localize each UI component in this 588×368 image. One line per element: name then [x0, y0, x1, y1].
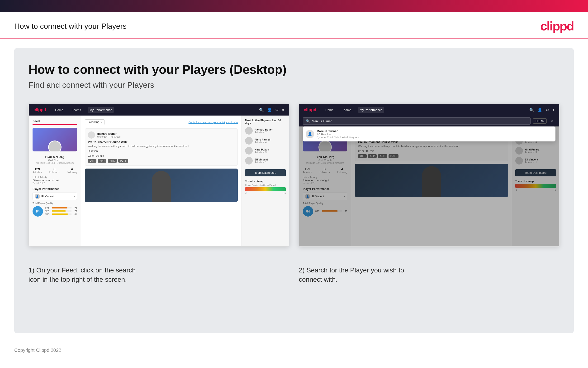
search-result-item-1[interactable]: 👤 Marcus Turner 1-5 Handicap Cypress Poi… — [306, 129, 553, 138]
heatmap-bar — [245, 187, 286, 191]
player-avatar-1 — [245, 127, 253, 135]
steps-row: 1) On your Feed, click on the searchicon… — [28, 261, 560, 289]
nav-my-performance[interactable]: My Performance — [88, 107, 114, 113]
activities-label: Activities — [33, 171, 42, 174]
player-activities-2: Activities: 4 — [255, 141, 286, 144]
team-heatmap-title-2: Team Heatmap — [515, 180, 556, 183]
step-1-text: 1) On your Feed, click on the searchicon… — [28, 267, 136, 283]
following-dropdown-icon: ▾ — [100, 120, 102, 124]
search-overlay: 🔍 Marcus Turner CLEAR × 👤 Marcus Turner … — [299, 116, 559, 141]
heatmap-subtitle: Player Quality - 20 Round Trend — [245, 184, 286, 186]
profile-role-2: Golf Coach — [303, 159, 347, 162]
player-info-2c: Hiral Pujara Activities: 3 — [525, 148, 556, 154]
player-select-row[interactable]: 👤 Eli Vincent ▾ — [33, 193, 77, 200]
following-label-2: Following — [337, 171, 347, 174]
nav2-my-performance[interactable]: My Performance — [358, 107, 384, 113]
screenshot-2: clippd Home Teams My Performance 🔍 👤 ⚙ ● — [299, 104, 560, 247]
player-info-4: Eli Vincent Activities: 1 — [255, 158, 286, 164]
player-list-item-1: Richard Butler Activities: 7 — [245, 127, 286, 135]
profile-photo-area — [33, 128, 77, 151]
activity-person-info: Richard Butler Yesterday · The Grove — [97, 132, 121, 138]
tag-arg: ARG — [108, 159, 117, 163]
active-players-title: Most Active Players - Last 30 days — [245, 119, 286, 125]
settings-icon-2[interactable]: ⚙ — [545, 108, 549, 112]
ott-val: 79 — [73, 207, 77, 209]
player-list-item-4: Eli Vincent Activities: 1 — [245, 157, 286, 165]
search-close-button[interactable]: × — [549, 118, 555, 124]
ott-label-2: OTT — [315, 210, 321, 212]
search-input-container[interactable]: 🔍 Marcus Turner — [303, 118, 531, 125]
search-clear-button[interactable]: CLEAR — [533, 118, 547, 124]
search-icon-overlay: 🔍 — [306, 119, 310, 123]
profile-icon[interactable]: 👤 — [267, 108, 272, 112]
player-performance-section: Player Performance 👤 Eli Vincent ▾ Total… — [33, 187, 77, 217]
arg-track — [52, 213, 72, 215]
player-info-2d: Eli Vincent Activities: 1 — [525, 158, 556, 164]
app-nav-logo-1: clippd — [34, 107, 46, 112]
step-1-desc: 1) On your Feed, click on the searchicon… — [28, 261, 289, 289]
activity-tags-2: OTT APP ARG PUTT — [358, 154, 505, 158]
duration-label-text: Duration — [88, 149, 98, 152]
main-content: How to connect with your Players (Deskto… — [14, 48, 574, 333]
player-activities-4: Activities: 1 — [255, 161, 286, 164]
player-activities-2d: Activities: 1 — [525, 161, 556, 164]
nav2-teams[interactable]: Teams — [340, 107, 353, 113]
following-button[interactable]: Following ▾ — [85, 119, 105, 125]
followers-stat: 3 Followers — [49, 167, 60, 174]
search-icon[interactable]: 🔍 — [259, 108, 264, 112]
screenshot-1: clippd Home Teams My Performance 🔍 👤 ⚙ ● — [28, 104, 289, 247]
step-2-desc: 2) Search for the Player you wish toconn… — [299, 261, 560, 289]
following-val-2: 4 — [337, 167, 347, 171]
player-activities-3: Activities: 3 — [255, 151, 286, 154]
page-title: How to connect with your Players — [14, 22, 127, 31]
quality-label-2: Total Player Quality — [303, 202, 347, 205]
activity-card: Richard Butler Yesterday · The Grove Pre… — [85, 128, 238, 166]
search-result-dropdown[interactable]: 👤 Marcus Turner 1-5 Handicap Cypress Poi… — [303, 127, 555, 141]
nav-home[interactable]: Home — [53, 107, 65, 113]
activities-stat: 129 Activities — [33, 167, 42, 174]
ott-fill — [52, 207, 67, 209]
app-screenshot-1: clippd Home Teams My Performance 🔍 👤 ⚙ ● — [28, 104, 289, 247]
latest-activity-date: 27 Jul 2022 — [33, 182, 77, 184]
score-circle-2: 84 — [303, 206, 313, 217]
tag-arg-2: ARG — [378, 154, 387, 158]
footer: Copyright Clippd 2022 — [0, 343, 588, 358]
activity-duration-2: 02 hr : 00 min — [358, 149, 505, 152]
player-name-2c: Hiral Pujara — [525, 148, 556, 151]
avatar-icon-2[interactable]: ● — [552, 108, 554, 112]
golfer-silhouette-2 — [422, 166, 441, 197]
latest-activity-label-2: Latest Activity — [303, 176, 347, 179]
arg-label: ARG — [45, 213, 51, 215]
arg-bar-row: ARG 81 — [45, 213, 77, 215]
team-heatmap-title: Team Heatmap — [245, 180, 286, 183]
app-nav-1: clippd Home Teams My Performance 🔍 👤 ⚙ ● — [29, 104, 289, 116]
player-avatar-mini: 👤 — [35, 194, 40, 199]
team-dashboard-button[interactable]: Team Dashboard — [245, 169, 286, 176]
search-result-info: Marcus Turner 1-5 Handicap Cypress Point… — [316, 129, 359, 138]
nav-teams[interactable]: Teams — [70, 107, 83, 113]
settings-icon[interactable]: ⚙ — [275, 108, 279, 112]
profile-info-2: Blair McHarg Golf Coach Mill Ride Golf C… — [303, 155, 347, 164]
avatar-icon[interactable]: ● — [282, 108, 284, 112]
followers-label-2: Followers — [320, 171, 330, 174]
nav2-home[interactable]: Home — [324, 107, 335, 113]
following-stat-2: 4 Following — [337, 167, 347, 174]
top-bar — [0, 0, 588, 12]
profile-icon-2[interactable]: 👤 — [537, 108, 542, 112]
activity-duration-label: Duration — [88, 149, 235, 152]
quality-score-row-2: 84 OTT 79 — [303, 206, 347, 217]
activity-desc-2: Walking the course with my coach to buil… — [358, 145, 505, 148]
activity-desc: Walking the course with my coach to buil… — [88, 145, 235, 148]
tag-app: APP — [98, 159, 106, 163]
score-circle: 84 — [33, 206, 43, 217]
golfer-image-area-2 — [355, 164, 508, 197]
activities-label-2: Activities — [303, 171, 312, 174]
header: How to connect with your Players clippd — [0, 12, 588, 38]
player-perf-title-2: Player Performance — [303, 187, 347, 191]
control-privacy-link[interactable]: Control who can see your activity and da… — [189, 121, 238, 124]
player-activities-1: Activities: 7 — [255, 131, 286, 134]
profile-name-2: Blair McHarg — [303, 155, 347, 159]
search-icon-2[interactable]: 🔍 — [529, 108, 534, 112]
app-nav-logo-2: clippd — [304, 107, 316, 112]
player-list-item-3: Hiral Pujara Activities: 3 — [245, 147, 286, 155]
